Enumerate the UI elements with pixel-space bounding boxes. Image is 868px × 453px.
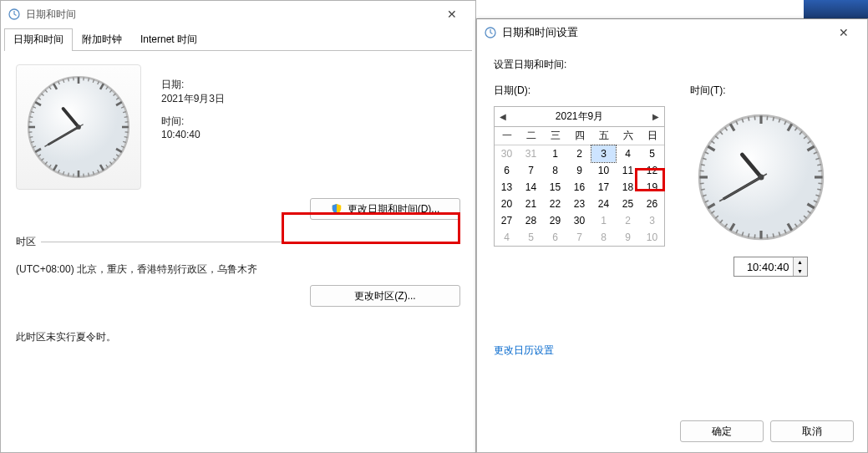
change-date-time-button[interactable]: 更改日期和时间(D)... [310,198,460,220]
cal-day[interactable]: 6 [495,162,519,179]
cal-day[interactable]: 15 [543,179,567,196]
time-spin-up[interactable]: ▲ [794,257,807,267]
svg-line-60 [69,79,69,82]
time-spinner: ▲ ▼ [733,257,808,277]
cal-day[interactable]: 13 [495,179,519,196]
tab-datetime[interactable]: 日期和时间 [4,28,73,51]
svg-line-115 [701,165,705,165]
cal-day[interactable]: 4 [495,229,519,246]
cal-day[interactable]: 26 [640,196,664,212]
tab-content: 日期: 2021年9月3日 时间: 10:40:40 更改日期和时间(D)...… [1,51,475,358]
cal-day[interactable]: 4 [616,145,640,162]
change-timezone-button[interactable]: 更改时区(Z)... [310,285,460,307]
cal-day[interactable]: 17 [591,179,616,196]
date-d-label: 日期(D): [494,84,665,98]
cal-day[interactable]: 10 [640,229,664,246]
svg-point-65 [76,125,81,130]
dst-note: 此时区未实行夏令时。 [16,330,460,344]
cal-day[interactable]: 20 [495,196,519,212]
close-button-right[interactable]: ✕ [827,21,860,44]
calendar-grid: 一二三四五六日 30311234567891011121314151617181… [495,127,664,246]
cal-day[interactable]: 31 [519,145,543,162]
cal-weekday: 一 [495,127,519,145]
cal-prev-month[interactable]: ◀ [496,112,510,121]
cal-day[interactable]: 12 [640,162,664,179]
cal-day[interactable]: 29 [543,212,567,229]
analog-clock-right [690,106,832,248]
cal-month-label: 2021年9月 [556,109,603,124]
set-dt-heading: 设置日期和时间: [494,58,850,72]
date-value: 2021年9月3日 [161,92,225,106]
time-spin-down[interactable]: ▼ [794,267,807,276]
svg-line-70 [773,117,774,121]
svg-line-97 [767,234,768,238]
cal-day[interactable]: 30 [567,212,591,229]
cal-next-month[interactable]: ▶ [649,112,662,121]
cal-day[interactable]: 27 [495,212,519,229]
date-label: 日期: [161,78,225,92]
close-button-left[interactable]: ✕ [435,3,469,26]
ok-button[interactable]: 确定 [680,420,764,442]
cal-day[interactable]: 23 [567,196,591,212]
analog-clock-left [16,64,141,190]
tab-additional-clocks[interactable]: 附加时钟 [73,28,131,51]
cal-day[interactable]: 3 [591,145,616,162]
svg-line-100 [749,233,749,237]
cal-day[interactable]: 1 [543,145,567,162]
uac-shield-icon [331,203,343,215]
svg-line-111 [701,189,705,190]
cal-day[interactable]: 6 [543,229,567,246]
titlebar-left: 日期和时间 ✕ [1,1,475,28]
cal-day[interactable]: 7 [567,229,591,246]
cal-day[interactable]: 8 [591,229,616,246]
tab-internet-time[interactable]: Internet 时间 [131,28,206,51]
time-label: 时间: [161,115,225,129]
svg-line-112 [700,183,704,184]
cal-day[interactable]: 9 [616,229,640,246]
time-input[interactable] [734,257,793,276]
svg-line-85 [817,189,821,190]
titlebar-right: 日期和时间设置 ✕ [477,19,867,46]
tabs: 日期和时间 附加时钟 Internet 时间 [4,28,472,51]
date-time-window: 日期和时间 ✕ 日期和时间 附加时钟 Internet 时间 日期: [0,0,476,453]
cal-day[interactable]: 11 [616,162,640,179]
cal-day[interactable]: 21 [519,196,543,212]
svg-line-19 [124,137,128,138]
cal-day[interactable]: 5 [640,145,664,162]
cal-day[interactable]: 8 [543,162,567,179]
cal-day[interactable]: 24 [591,196,616,212]
cal-day[interactable]: 3 [640,212,664,229]
svg-line-34 [69,173,69,176]
cal-day[interactable]: 16 [567,179,591,196]
cal-day[interactable]: 10 [591,162,616,179]
cal-day[interactable]: 22 [543,196,567,212]
cal-day[interactable]: 5 [519,229,543,246]
cal-day[interactable]: 28 [519,212,543,229]
time-value: 10:40:40 [161,128,225,142]
svg-line-69 [767,116,768,120]
cal-weekday: 三 [543,127,567,145]
cal-day[interactable]: 2 [616,212,640,229]
cal-day[interactable]: 30 [495,145,519,162]
tz-value: (UTC+08:00) 北京，重庆，香港特别行政区，乌鲁木齐 [16,262,460,277]
cancel-button[interactable]: 取消 [770,420,854,442]
clock-settings-icon [484,26,497,39]
cal-day[interactable]: 9 [567,162,591,179]
svg-line-45 [30,137,33,138]
cal-day[interactable]: 19 [640,179,664,196]
window-title-right: 日期和时间设置 [502,25,827,40]
tz-heading: 时区 [16,235,36,249]
cal-day[interactable]: 2 [567,145,591,162]
change-calendar-settings-link[interactable]: 更改日历设置 [494,344,554,358]
cal-day[interactable]: 18 [616,179,640,196]
cal-day[interactable]: 1 [591,212,616,229]
cal-day[interactable]: 7 [519,162,543,179]
cal-weekday: 二 [519,127,543,145]
cal-weekday: 六 [616,127,640,145]
svg-line-30 [89,173,89,176]
window-title-left: 日期和时间 [26,8,435,22]
svg-line-126 [749,117,749,121]
cal-day[interactable]: 25 [616,196,640,212]
svg-line-82 [818,171,822,171]
cal-day[interactable]: 14 [519,179,543,196]
